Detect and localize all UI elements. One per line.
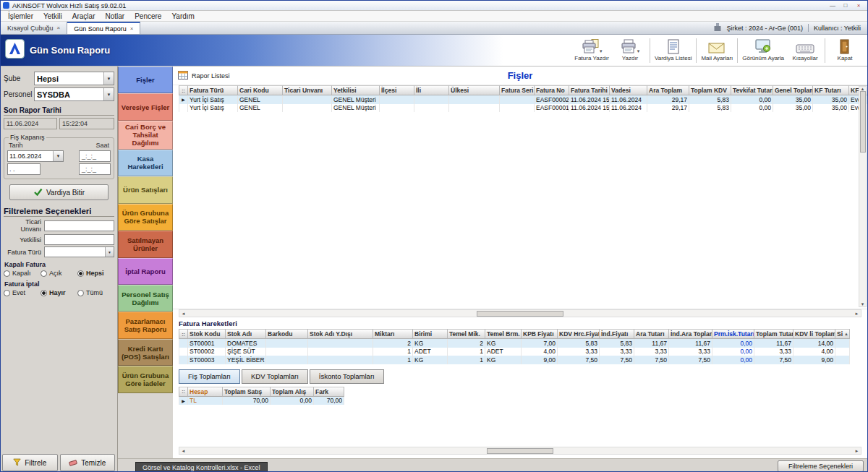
column-header-stok-kodu[interactable]: Stok Kodu xyxy=(188,329,226,339)
personel-select[interactable]: SYSDBA ▼ xyxy=(34,87,114,101)
column-header-miktarı[interactable]: Miktarı xyxy=(373,329,413,339)
mail-ayarları-button[interactable]: Mail Ayarları xyxy=(698,38,736,62)
table-row[interactable]: Yurt İçi SatışGENELGENEL MüşteriEASF0000… xyxy=(179,104,867,113)
vertical-scrollbar[interactable]: ▲ ▼ xyxy=(859,86,867,307)
minimize-button[interactable]: — xyxy=(826,1,839,10)
column-header-stok-adı[interactable]: Stok Adı xyxy=(226,329,266,339)
fatura-turu-input[interactable]: ▼ xyxy=(44,246,114,257)
yazdır-button[interactable]: ▾Yazdır xyxy=(612,38,648,62)
report-button-personel-satış-dağılımı[interactable]: Personel Satış Dağılımı xyxy=(118,285,173,312)
menu-notlar[interactable]: Notlar xyxy=(100,12,129,20)
table-row[interactable]: ST00001DOMATES2KG2KG7,005,835,8311,6711,… xyxy=(179,339,850,348)
tab-gün-sonu-raporu[interactable]: Gün Sonu Raporu× xyxy=(67,22,140,34)
table-row[interactable]: ST00002ŞİŞE SÜT1ADET1ADET4,003,333,333,3… xyxy=(179,348,850,356)
radio-açık[interactable]: Açık xyxy=(41,270,77,277)
scroll-down-icon[interactable]: ▼ xyxy=(861,302,865,306)
chevron-down-icon[interactable]: ▼ xyxy=(105,247,114,257)
report-button-fişler[interactable]: Fişler xyxy=(118,66,173,93)
menu-araçlar[interactable]: Araçlar xyxy=(67,12,101,20)
column-header-ara-toplam[interactable]: Ara Toplam xyxy=(647,85,689,95)
scroll-thumb[interactable] xyxy=(487,448,553,454)
report-button-kredi-kartı-pos-satışları[interactable]: Kredi Kartı (POS) Satışları xyxy=(118,339,173,366)
radio-kapalı[interactable]: Kapalı xyxy=(4,270,41,277)
fis-kapanis-date-input[interactable]: 11.06.2024 ▼ xyxy=(7,150,64,162)
column-header-i-li[interactable]: İli xyxy=(414,85,449,95)
column-header-barkodu[interactable]: Barkodu xyxy=(266,329,308,339)
scroll-left-icon[interactable]: ◄ xyxy=(179,449,187,453)
scroll-right-icon[interactable]: ► xyxy=(853,312,861,316)
temizle-button[interactable]: Temizle xyxy=(60,454,116,471)
menu-yetkili[interactable]: Yetkili xyxy=(38,12,67,20)
bottom-horizontal-scrollbar[interactable]: ◄ ► xyxy=(179,447,861,455)
chevron-down-icon[interactable]: ▾ xyxy=(637,48,640,54)
scroll-thumb[interactable] xyxy=(860,91,866,153)
column-header-fark[interactable]: Fark xyxy=(314,387,344,397)
fis-kapanis-date2-input[interactable]: . . xyxy=(7,163,41,175)
column-header-stok-adı-y-dışı[interactable]: Stok Adı Y.Dışı xyxy=(308,329,373,339)
calendar-dropdown-icon[interactable]: ▼ xyxy=(53,151,63,161)
table-row[interactable]: ▶TL70,000,0070,00 xyxy=(179,397,344,406)
report-button-ürün-grubuna-göre-satışlar[interactable]: Ürün Grubuna Göre Satışlar xyxy=(118,204,173,231)
yetkilisi-input[interactable] xyxy=(44,234,114,245)
görünüm-ayarla-button[interactable]: Görünüm Ayarla xyxy=(739,38,787,62)
column-header-kdv-hrc-fiyat[interactable]: KDV Hrc.Fiyat xyxy=(558,329,600,339)
close-button[interactable]: × xyxy=(852,1,865,10)
column-header-toplam-alış[interactable]: Toplam Alış xyxy=(271,387,314,397)
report-button-kasa-hareketleri[interactable]: Kasa Hareketleri xyxy=(118,150,173,176)
report-button-veresiye-fişler[interactable]: Veresiye Fişler xyxy=(118,93,173,120)
column-header-i-nd-fiyatı[interactable]: İnd.Fiyatı xyxy=(600,329,634,339)
column-header-tevkifat-tutarı[interactable]: Tevkifat Tutarı xyxy=(731,85,773,95)
column-header-i-lçesi[interactable]: İlçesi xyxy=(380,85,414,95)
column-header-vadesi[interactable]: Vadesi xyxy=(610,85,647,95)
report-button-satılmayan-ürünler[interactable]: Satılmayan Ürünler xyxy=(118,231,173,257)
menu-pencere[interactable]: Pencere xyxy=(129,12,166,20)
tab-kdv-toplamları[interactable]: KDV Toplamları xyxy=(242,369,308,384)
column-header-temel-mik[interactable]: Temel Mik. xyxy=(448,329,485,339)
column-header-ara-tutarı[interactable]: Ara Tutarı xyxy=(634,329,669,339)
column-header-hesap[interactable]: Hesap xyxy=(188,387,223,397)
menu-i-şlemler[interactable]: İşlemler xyxy=(3,12,38,20)
tab-i-skonto-toplamları[interactable]: İskonto Toplamları xyxy=(310,369,384,384)
close-icon[interactable]: × xyxy=(130,25,134,32)
vardiya-bitir-button[interactable]: Vardiya Bitir xyxy=(9,184,109,200)
tab-kısayol-çubuğu[interactable]: Kısayol Çubuğu× xyxy=(1,22,67,34)
table-row[interactable]: ▶Yurt İçi SatışGENELGENEL MüşteriEASF000… xyxy=(179,95,867,104)
chevron-down-icon[interactable]: ▼ xyxy=(103,88,114,100)
column-header-genel-toplam[interactable]: Genel Toplam xyxy=(773,85,813,95)
report-button-ürün-satışları[interactable]: Ürün Satışları xyxy=(118,176,173,203)
column-header-temel-brm[interactable]: Temel Brm. xyxy=(485,329,522,339)
column-header-toplam-satış[interactable]: Toplam Satış xyxy=(223,387,271,397)
vardiya-listesi-button[interactable]: Vardiya Listesi xyxy=(652,38,694,62)
scroll-left-icon[interactable]: ◄ xyxy=(179,312,187,316)
fatura-yazdır-button[interactable]: ▾Fatura Yazdır xyxy=(571,38,612,62)
report-button-ürün-grubuna-göre-i-adeler[interactable]: Ürün Grubuna Göre İadeler xyxy=(118,366,173,392)
column-header-toplam-kdv[interactable]: Toplam KDV xyxy=(689,85,731,95)
column-header-kf-tutarı[interactable]: KF Tutarı xyxy=(813,85,849,95)
report-button-cari-borç-ve-tahsilat-dağılımı[interactable]: Cari Borç ve Tahsilat Dağılımı xyxy=(118,121,173,150)
column-header-kpb-fiyatı[interactable]: KPB Fiyatı xyxy=(522,329,558,339)
column-header-yetkilisi[interactable]: Yetkilisi xyxy=(332,85,380,95)
ticari-unvani-input[interactable] xyxy=(44,220,114,231)
filtrele-button[interactable]: Filtrele xyxy=(2,454,58,471)
menu-yardım[interactable]: Yardım xyxy=(166,12,200,20)
tab-fiş-toplamları[interactable]: Fiş Toplamları xyxy=(179,369,240,384)
column-header-prm-i-sk-tutarı[interactable]: Prm.İsk.Tutarı xyxy=(712,329,754,339)
chevron-down-icon[interactable]: ▾ xyxy=(600,48,603,54)
column-header-fatura-tarihi[interactable]: Fatura Tarihi xyxy=(569,85,610,95)
column-header-birimi[interactable]: Birimi xyxy=(413,329,448,339)
horizontal-scrollbar[interactable]: ◄ ► xyxy=(179,309,861,317)
scroll-right-icon[interactable]: ► xyxy=(853,449,861,453)
column-header-i-nd-ara-toplam[interactable]: İnd.Ara Toplam xyxy=(669,329,712,339)
column-header-ülkesi[interactable]: Ülkesi xyxy=(449,85,500,95)
radio-hepsi[interactable]: Hepsi xyxy=(77,270,114,277)
column-header-si[interactable]: Si▲ xyxy=(835,329,850,339)
chevron-down-icon[interactable]: ▼ xyxy=(103,72,114,85)
kısayollar-button[interactable]: Kısayollar xyxy=(787,38,823,62)
kapat-button[interactable]: Kapat xyxy=(827,38,863,62)
fis-kapanis-time-input[interactable]: _:_:_ xyxy=(79,150,111,162)
column-header-kdv-li-toplam[interactable]: KDV li Toplam xyxy=(793,329,835,339)
filter-options-button[interactable]: Filtreleme Seçenekleri xyxy=(778,460,864,472)
report-button-i-ptal-raporu[interactable]: İptal Raporu xyxy=(118,258,173,285)
column-header-cari-kodu[interactable]: Cari Kodu xyxy=(238,85,283,95)
column-header-toplam-tutar[interactable]: Toplam Tutar xyxy=(754,329,793,339)
